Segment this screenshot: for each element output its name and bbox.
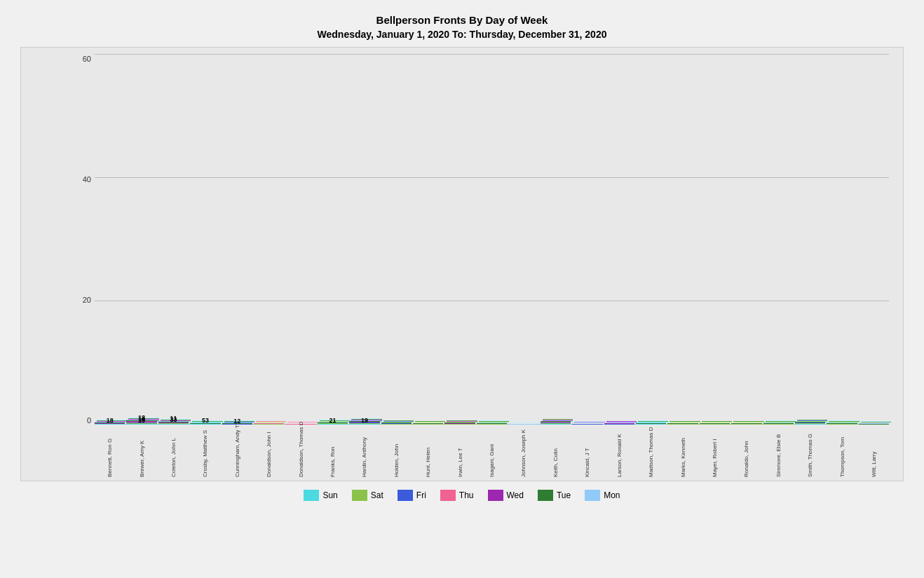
bar-segment-sun	[795, 424, 825, 425]
legend-item-tue: Tue	[538, 490, 571, 501]
bar-segment-fri	[381, 423, 412, 424]
bar-group: 19	[349, 420, 379, 425]
x-axis-label: Larson, Ronald K	[616, 427, 623, 477]
chart-subtitle: Wednesday, January 1, 2020 To: Thursday,…	[318, 29, 607, 40]
x-axis-label: Simmore, Elsie B	[775, 427, 782, 477]
bar-group: 191418	[126, 420, 156, 425]
bar-segment-mon	[763, 422, 794, 423]
bar-segment-sat	[158, 423, 189, 424]
bars-area: 18191418331153122119	[95, 55, 889, 425]
legend-label-wed: Wed	[507, 490, 524, 500]
bar-segment-fri	[604, 424, 634, 425]
x-axis-label: Brewer, Amy K	[139, 427, 145, 477]
bar-group	[859, 423, 889, 425]
bar-segment-tue	[795, 422, 825, 422]
x-axis-label: Cunningham, Andy T	[234, 427, 240, 477]
bar-segment-thu	[254, 423, 284, 424]
legend-label-fri: Fri	[416, 490, 426, 500]
bar-segment-sat	[667, 424, 698, 425]
bar-segment-sat	[318, 423, 348, 424]
bar-segment-tue	[95, 422, 125, 423]
x-axis-label: Johnson, Joseph K	[520, 427, 526, 477]
bar-segment-mon	[126, 420, 156, 420]
bar-segment-fri	[126, 422, 156, 423]
x-axis-label: Kincaid, J T	[584, 427, 590, 477]
bar-segment-sat	[731, 424, 761, 425]
bar-segment-mon	[158, 421, 189, 422]
legend-color-fri	[398, 490, 413, 501]
bar-segment-fri	[349, 422, 379, 423]
bar-segment-tue	[636, 423, 666, 424]
bar-segment-sun	[158, 424, 189, 425]
bar-group: 21	[318, 422, 348, 425]
bar-segment-sun	[541, 424, 571, 425]
bar-segment-tue	[381, 422, 412, 423]
bar-segment-tue	[222, 423, 252, 424]
legend-color-sun	[304, 490, 319, 501]
legend-item-thu: Thu	[440, 490, 474, 501]
bar-segment-mon	[349, 420, 379, 421]
bar-segment-mon	[222, 422, 252, 423]
bar-segment-wed	[126, 421, 156, 422]
bar-segment-mon	[190, 422, 220, 423]
bar-group: 53	[190, 422, 220, 425]
x-axis-label: Smith, Thomas G	[807, 427, 813, 477]
bar-segment-thu	[541, 422, 571, 422]
bar-segment-mon	[827, 422, 857, 423]
bar-segment-tue	[318, 422, 348, 423]
bar-group	[508, 424, 538, 425]
x-axis-label: Hardin, Anthony	[361, 427, 367, 477]
bar-segment-tue	[413, 423, 443, 424]
bar-segment-tue	[859, 424, 889, 425]
bar-group	[763, 422, 794, 425]
x-axis-label: Irwin, Lee T	[457, 427, 463, 477]
bar-segment-tue	[158, 422, 189, 422]
bar-group	[636, 422, 666, 425]
bar-segment-sun	[349, 424, 379, 425]
bar-segment-fri	[795, 422, 825, 423]
legend-color-wed	[488, 490, 503, 501]
bar-segment-sun	[636, 424, 666, 425]
legend-label-sat: Sat	[371, 490, 383, 500]
chart-area: 0 20 40 60 18191418331153122119 Bennett,…	[63, 55, 889, 425]
bar-segment-sun	[126, 424, 156, 425]
chart-title: Bellperson Fronts By Day of Week	[376, 14, 548, 26]
bar-segment-tue	[541, 421, 571, 422]
bar-segment-wed	[349, 422, 379, 422]
bar-group	[541, 421, 571, 425]
bar-segment-sat	[541, 423, 571, 424]
legend: SunSatFriThuWedTueMon	[304, 490, 620, 501]
x-axis-label: Madison, Thomas D	[648, 427, 654, 477]
legend-color-mon	[585, 490, 600, 501]
bar-segment-sat	[413, 424, 443, 425]
bar-segment-sun	[318, 424, 348, 425]
x-axis-label: Franks, Ron	[329, 427, 336, 477]
legend-item-fri: Fri	[398, 490, 426, 501]
x-axis-label: Mayer, Robert I	[712, 427, 718, 477]
x-axis-label: Marks, Kenneth	[680, 427, 686, 477]
bar-segment-sun	[190, 424, 220, 425]
bar-group	[731, 423, 761, 425]
x-axis-label: Crosby, Matthew S	[202, 427, 208, 477]
y-axis: 0 20 40 60	[63, 55, 95, 425]
bar-group	[254, 423, 284, 425]
bar-group	[827, 422, 857, 425]
x-axis-label: Donaldson, John I	[266, 427, 272, 477]
legend-label-thu: Thu	[459, 490, 474, 500]
bar-segment-wed	[95, 423, 125, 424]
x-axis-label: Holden, John	[393, 427, 400, 477]
bar-segment-wed	[158, 422, 189, 423]
bar-segment-sat	[254, 424, 284, 425]
bar-segment-mon	[95, 422, 125, 422]
bar-group	[477, 422, 507, 425]
bar-segment-sat	[795, 423, 825, 424]
bar-segment-thu	[126, 422, 156, 422]
x-axis-label: Keith, Colin	[552, 427, 559, 477]
x-axis-label: Coleton, John L	[170, 427, 177, 477]
bar-segment-fri	[572, 424, 602, 425]
bar-group	[572, 424, 602, 425]
bar-group	[381, 422, 412, 425]
x-axis-label: Hunt, Helen	[425, 427, 431, 477]
bar-segment-tue	[444, 422, 475, 423]
bar-segment-tue	[190, 423, 220, 424]
